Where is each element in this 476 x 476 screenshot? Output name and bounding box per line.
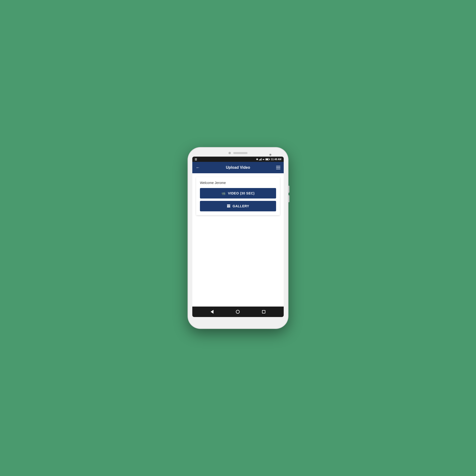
bluetooth-icon: ✱ — [256, 158, 258, 161]
status-bar-left: 🖼 — [195, 158, 197, 161]
gallery-button[interactable]: 🖼 GALLERY — [200, 201, 276, 211]
volume-up-button[interactable] — [288, 186, 289, 193]
video-camera-icon: 📹 — [221, 191, 226, 195]
nav-recents-button[interactable] — [262, 310, 265, 313]
phone-speaker — [233, 152, 248, 154]
menu-line-2 — [276, 167, 280, 168]
nav-home-icon — [236, 310, 240, 314]
main-card: Welcome Jerome 📹 VIDEO (30 SEC) 🖼 GALLER… — [196, 177, 280, 215]
nav-back-button[interactable] — [211, 310, 214, 314]
phone-screen: 🖼 ✱ ▲ 11:48 AM — [192, 157, 284, 317]
front-camera — [270, 154, 271, 156]
back-button[interactable]: ← — [196, 165, 200, 170]
android-nav-bar — [192, 306, 284, 317]
screen-bezel: 🖼 ✱ ▲ 11:48 AM — [192, 157, 284, 317]
welcome-message: Welcome Jerome — [200, 181, 276, 185]
app-bar-title: Upload Video — [226, 165, 250, 170]
signal-icon — [259, 158, 262, 160]
front-sensor — [228, 152, 231, 154]
nav-home-button[interactable] — [236, 310, 240, 314]
video-button-label: VIDEO (30 SEC) — [228, 191, 255, 195]
no-signal-icon: ▲ — [262, 158, 265, 160]
menu-line-1 — [276, 166, 280, 166]
status-bar: 🖼 ✱ ▲ 11:48 AM — [192, 157, 284, 162]
time-display: 11:48 AM — [271, 158, 281, 161]
phone-shell: 🖼 ✱ ▲ 11:48 AM — [188, 148, 288, 328]
menu-line-3 — [276, 169, 280, 169]
nav-back-icon — [211, 310, 214, 314]
video-button[interactable]: 📹 VIDEO (30 SEC) — [200, 188, 276, 199]
nav-recents-icon — [262, 310, 265, 313]
gallery-button-label: GALLERY — [233, 204, 249, 208]
menu-button[interactable] — [276, 166, 280, 169]
photo-notification-icon: 🖼 — [195, 158, 197, 161]
gallery-icon: 🖼 — [227, 204, 230, 208]
battery-icon — [265, 158, 270, 160]
status-bar-right: ✱ ▲ 11:48 AM — [256, 158, 281, 161]
app-bar: ← Upload Video — [192, 162, 284, 173]
content-area: Welcome Jerome 📹 VIDEO (30 SEC) 🖼 GALLER… — [192, 173, 284, 306]
volume-down-button[interactable] — [288, 195, 289, 202]
phone-top-bar — [192, 152, 284, 154]
